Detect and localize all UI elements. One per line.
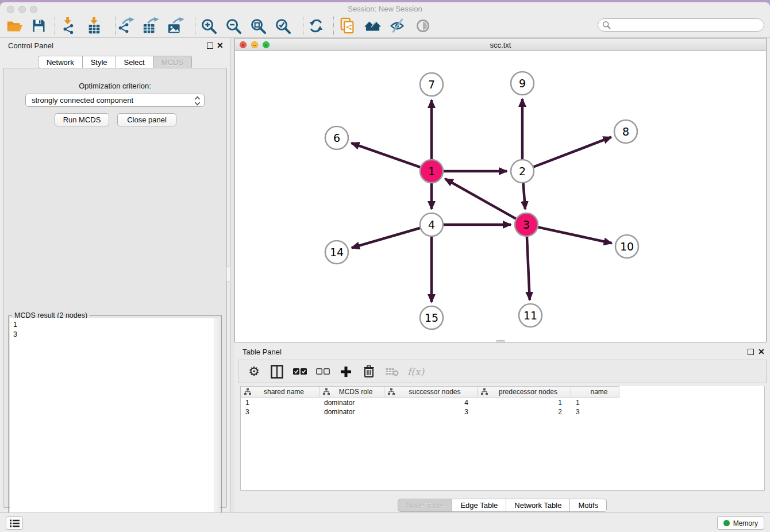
create-column-button[interactable] [338, 364, 353, 379]
graph-node-10[interactable]: 10 [615, 235, 638, 258]
graph-edge-2-8[interactable] [531, 137, 611, 168]
import-table-button[interactable] [84, 16, 104, 36]
graph-node-1[interactable]: 1 [420, 160, 443, 183]
zoom-in-icon [201, 18, 217, 34]
network-graph[interactable]: 7968124314101511 [235, 51, 766, 342]
split-pane-divider[interactable] [230, 38, 234, 512]
graph-edge-3-11[interactable] [527, 234, 530, 300]
float-panel-icon[interactable] [207, 43, 213, 49]
column-header-shared-name[interactable]: shared name [241, 387, 319, 397]
graph-edge-4-14[interactable] [352, 227, 423, 248]
table-settings-button[interactable]: ⚙ [247, 364, 261, 379]
refresh-icon [308, 18, 324, 34]
export-network-button[interactable] [116, 16, 136, 36]
eye-disabled-icon [415, 18, 431, 34]
save-disk-icon [30, 18, 47, 34]
graph-node-8[interactable]: 8 [614, 120, 637, 143]
graph-node-4[interactable]: 4 [420, 213, 443, 236]
result-scrollbar[interactable] [214, 318, 220, 532]
graph-node-11[interactable]: 11 [519, 304, 542, 327]
graph-edge-1-6[interactable] [351, 143, 422, 168]
delete-column-button[interactable] [361, 364, 376, 379]
eye-slash-icon [389, 17, 406, 34]
graph-node-2[interactable]: 2 [511, 160, 534, 183]
graph-edge-2-3[interactable] [523, 180, 525, 209]
show-graphics-details-button[interactable] [413, 16, 433, 36]
column-header-predecessor-nodes[interactable]: predecessor nodes [478, 387, 571, 397]
open-session-button[interactable] [5, 16, 24, 36]
export-table-button[interactable] [141, 16, 160, 36]
cell-name[interactable]: 3 [571, 407, 619, 417]
zoom-selected-button[interactable] [273, 16, 292, 36]
mcds-result-values: 1 3 [13, 320, 17, 340]
hide-graphics-details-button[interactable] [388, 16, 407, 36]
table-panel-title: Table Panel [242, 348, 282, 356]
cell-successor-nodes[interactable]: 4 [384, 398, 478, 407]
graph-node-15[interactable]: 15 [420, 306, 443, 329]
hierarchy-icon [323, 388, 330, 395]
toolbar-separator [333, 17, 334, 35]
main-toolbar [0, 14, 770, 38]
deselect-all-columns-button[interactable] [315, 364, 330, 379]
tab-node-table[interactable]: Node Table [398, 499, 453, 512]
split-pane-grip[interactable] [226, 267, 230, 282]
float-table-panel-icon[interactable] [748, 349, 754, 355]
graph-node-14[interactable]: 14 [325, 241, 348, 264]
column-view-button[interactable] [270, 364, 284, 379]
column-header-MCDS-role[interactable]: MCDS role [319, 387, 384, 397]
table-tabs: Node TableEdge TableNetwork TableMotifs [234, 499, 770, 512]
show-panels-button[interactable] [6, 516, 23, 530]
column-header-name[interactable]: name [571, 387, 619, 397]
zoom-fit-button[interactable] [248, 16, 268, 36]
close-panel-button[interactable]: Close panel [117, 113, 176, 126]
table-row[interactable]: 3dominator323 [241, 407, 764, 417]
graph-node-3[interactable]: 3 [515, 213, 538, 236]
zoom-in-button[interactable] [199, 16, 218, 36]
save-session-button[interactable] [29, 16, 48, 36]
graph-edge-3-1[interactable] [445, 179, 519, 220]
svg-text:8: 8 [622, 125, 629, 138]
column-header-successor-nodes[interactable]: successor nodes [384, 387, 478, 397]
tab-motifs[interactable]: Motifs [570, 499, 607, 512]
cell-MCDS-role[interactable]: dominator [319, 407, 384, 417]
cell-predecessor-nodes[interactable]: 2 [478, 407, 571, 417]
tab-network[interactable]: Network [38, 56, 83, 68]
close-table-panel-icon[interactable]: ✕ [758, 348, 765, 356]
export-image-button[interactable] [166, 16, 186, 36]
cell-MCDS-role[interactable]: dominator [319, 398, 384, 407]
list-icon [10, 519, 20, 527]
table-row[interactable]: 1dominator411 [241, 398, 764, 407]
search-input[interactable] [613, 21, 764, 29]
cell-predecessor-nodes[interactable]: 1 [478, 398, 571, 407]
run-mcds-button[interactable]: Run MCDS [55, 113, 109, 126]
memory-button[interactable]: Memory [717, 516, 764, 530]
optimization-criterion-select[interactable]: strongly connected component [25, 94, 205, 107]
tab-select[interactable]: Select [116, 56, 153, 68]
tab-network-table[interactable]: Network Table [506, 499, 570, 512]
cell-name[interactable]: 1 [571, 398, 619, 407]
cell-shared-name[interactable]: 1 [241, 398, 319, 407]
home-button[interactable] [363, 16, 383, 36]
graph-node-6[interactable]: 6 [325, 126, 348, 149]
close-panel-icon[interactable]: ✕ [217, 41, 224, 49]
graph-node-7[interactable]: 7 [420, 73, 443, 96]
export-table-icon [142, 17, 159, 34]
tab-style[interactable]: Style [83, 56, 116, 68]
cell-successor-nodes[interactable]: 3 [384, 407, 478, 417]
export-image-icon [167, 17, 184, 34]
cell-shared-name[interactable]: 3 [241, 407, 319, 417]
select-all-columns-button[interactable] [292, 364, 307, 379]
zoom-selected-icon [275, 18, 291, 34]
tab-edge-table[interactable]: Edge Table [452, 499, 506, 512]
horizontal-split-grip[interactable] [496, 340, 505, 343]
graph-node-9[interactable]: 9 [511, 72, 534, 95]
network-canvas[interactable]: 7968124314101511 [235, 51, 766, 342]
mcds-result-textarea[interactable]: 1 3 [10, 318, 220, 532]
tab-mcds[interactable]: MCDS [153, 56, 192, 68]
import-network-button[interactable] [59, 16, 79, 36]
graph-edge-3-10[interactable] [536, 226, 612, 243]
refresh-layout-button[interactable] [306, 16, 326, 36]
toolbar-separator [303, 17, 303, 35]
duplicate-network-button[interactable] [338, 16, 357, 36]
zoom-out-button[interactable] [224, 16, 243, 36]
